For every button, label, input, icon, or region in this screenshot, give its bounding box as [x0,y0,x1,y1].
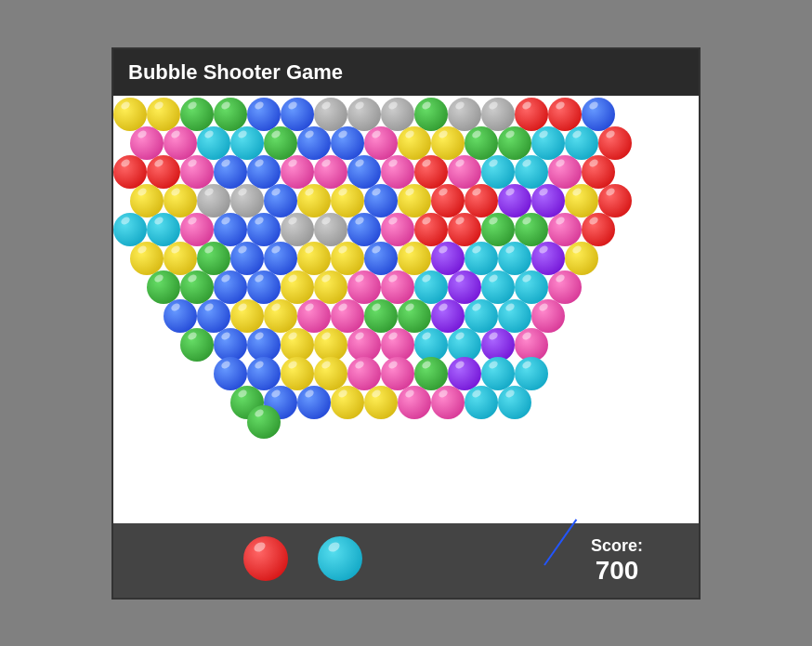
bubble[interactable] [180,328,214,362]
bubble[interactable] [364,386,398,419]
bubble[interactable] [498,386,531,419]
bubble-row [247,405,281,439]
score-value: 700 [591,555,643,585]
bubble[interactable] [431,386,465,419]
aim-line [544,519,577,565]
bubble[interactable] [297,386,331,419]
score-area: Score: 700 [591,535,643,585]
title-bar: Bubble Shooter Game [113,49,699,96]
next-bubble [243,536,288,581]
next-bubble-area [243,536,288,585]
game-area[interactable] [113,96,699,523]
game-window: Bubble Shooter Game Score: 700 [111,47,701,600]
bubble[interactable] [398,386,431,419]
score-label: Score: [591,535,643,555]
current-bubble-area [318,536,362,585]
shooter-bar: Score: 700 [113,523,699,598]
current-bubble [318,536,362,581]
bubble[interactable] [247,405,281,439]
bubble[interactable] [331,386,364,419]
game-title: Bubble Shooter Game [128,60,343,84]
bubble[interactable] [465,386,498,419]
